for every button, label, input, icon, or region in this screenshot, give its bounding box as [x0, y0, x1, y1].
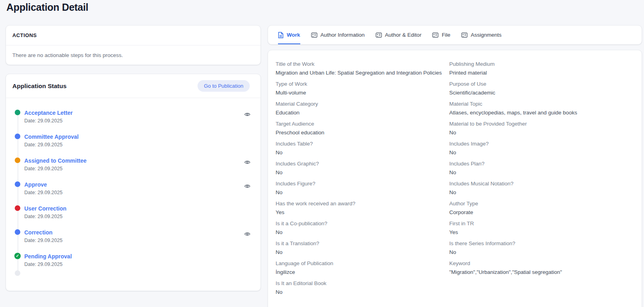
timeline-step-date: Date: 29.09.2025: [24, 190, 251, 196]
tab-label: Work: [287, 32, 300, 38]
timeline-step-link[interactable]: Approve: [24, 181, 47, 188]
timeline-step-date: Date: 29.09.2025: [24, 142, 251, 148]
timeline-end-dot-icon: [15, 270, 20, 276]
timeline-step-link[interactable]: Acceptance Letter: [24, 110, 72, 116]
field-label: Material to be Provided Together: [449, 121, 623, 127]
page-title: Application Detail: [6, 2, 88, 13]
field-label: Is it a Co-publication?: [276, 220, 449, 227]
timeline-step-link[interactable]: User Correction: [24, 205, 67, 212]
field-value: "Migration","Urbanization","Spatial segr…: [449, 269, 623, 276]
id-card-icon: [461, 32, 468, 38]
field: Language of Publication İngilizce: [276, 260, 449, 280]
timeline-item: Assigned to Committee Date: 29.09.2025: [12, 157, 251, 173]
field: Is It an Editorial Book No: [276, 280, 449, 300]
work-detail-right-column: Publishing Medium Printed material Purpo…: [449, 61, 623, 300]
field-label: Includes Graphic?: [276, 161, 449, 167]
timeline-item: Pending Approval Date: 29.09.2025: [12, 253, 251, 269]
field-value: No: [449, 249, 623, 256]
field-value: Education: [276, 110, 449, 116]
eye-icon[interactable]: [244, 111, 251, 118]
field: First in TR Yes: [449, 220, 623, 240]
field-value: Migration and Urban Life: Spatial Segreg…: [276, 70, 449, 76]
status-timeline: Acceptance Letter Date: 29.09.2025 Commi…: [6, 98, 260, 267]
tab-label: Author Information: [321, 32, 365, 38]
application-status-header: Application Status Go to Publication: [6, 74, 260, 98]
timeline-step-date: Date: 29.09.2025: [24, 238, 251, 244]
actions-panel: ACTIONS There are no actionable steps fo…: [6, 25, 261, 65]
field-label: Keyword: [449, 260, 623, 267]
field-value: Printed material: [449, 70, 623, 76]
field-label: Includes Table?: [276, 141, 449, 147]
field-label: Includes Figure?: [276, 181, 449, 187]
field-value: No: [276, 229, 449, 236]
field: Includes Musical Notation? No: [449, 181, 623, 201]
field: Includes Image? No: [449, 141, 623, 161]
field-label: Has the work received an award?: [276, 201, 449, 207]
field-label: Is It an Editorial Book: [276, 280, 449, 287]
document-icon: [278, 32, 284, 38]
timeline-item: Committee Approval Date: 29.09.2025: [12, 133, 251, 150]
field-value: No: [276, 169, 449, 176]
field: Has the work received an award? Yes: [276, 201, 449, 220]
status-dot-icon: [15, 157, 20, 163]
timeline-step-date: Date: 29.09.2025: [24, 166, 251, 172]
field: Title of the Work Migration and Urban Li…: [276, 61, 449, 81]
actions-panel-title: ACTIONS: [6, 26, 260, 45]
timeline-step-link[interactable]: Correction: [24, 229, 53, 236]
tab[interactable]: Work: [278, 26, 300, 44]
status-dot-icon: [15, 181, 20, 187]
status-dot-icon: [15, 205, 20, 211]
field-value: No: [276, 289, 449, 295]
go-to-publication-button[interactable]: Go to Publication: [198, 80, 250, 92]
field-value: No: [276, 189, 449, 196]
id-card-icon: [376, 32, 382, 38]
tab-label: File: [442, 32, 450, 38]
status-dot-icon: [14, 253, 21, 259]
field: Type of Work Multi-volume: [276, 81, 449, 101]
id-card-icon: [311, 32, 317, 38]
field-label: Is there Series Information?: [449, 240, 623, 247]
field-label: Title of the Work: [276, 61, 449, 67]
field-value: No: [449, 150, 623, 156]
field-label: Purpose of Use: [449, 81, 623, 87]
field-value: Corporate: [449, 209, 623, 216]
tab-label: Author & Editor: [385, 32, 422, 38]
field-label: Target Audience: [276, 121, 449, 127]
status-dot-icon: [15, 134, 20, 139]
field-value: Atlases, encyclopedias, maps, travel and…: [449, 110, 623, 116]
field-label: Includes Image?: [449, 141, 623, 147]
timeline-step-link[interactable]: Pending Approval: [24, 253, 72, 260]
tab[interactable]: Author & Editor: [376, 26, 422, 44]
field-label: Publishing Medium: [449, 61, 623, 67]
field: Author Type Corporate: [449, 201, 623, 220]
timeline-step-link[interactable]: Assigned to Committee: [24, 157, 86, 164]
field-label: First in TR: [449, 220, 623, 227]
field-value: No: [449, 169, 623, 176]
status-dot-icon: [15, 229, 20, 235]
tab[interactable]: Assignments: [461, 26, 501, 44]
tab[interactable]: File: [432, 26, 450, 44]
field: Target Audience Preschool education: [276, 121, 449, 141]
work-detail-panel: Title of the Work Migration and Urban Li…: [268, 50, 642, 307]
detail-tab-bar: Work Author Information: [268, 25, 642, 45]
field: Is it a Translation? No: [276, 240, 449, 260]
timeline-item: Correction Date: 29.09.2025: [12, 229, 251, 245]
eye-icon[interactable]: [244, 183, 251, 189]
field-label: Type of Work: [276, 81, 449, 87]
field: Includes Plan? No: [449, 161, 623, 181]
field-label: Author Type: [449, 201, 623, 207]
timeline-step-date: Date: 29.09.2025: [24, 214, 251, 220]
field-label: Material Category: [276, 101, 449, 107]
field: Purpose of Use Scientific/academic: [449, 81, 623, 101]
tab[interactable]: Author Information: [311, 26, 365, 44]
application-status-panel: Application Status Go to Publication Acc…: [6, 74, 261, 291]
field: Keyword "Migration","Urbanization","Spat…: [449, 260, 623, 280]
timeline-item: Acceptance Letter Date: 29.09.2025: [12, 109, 251, 126]
actions-empty-message: There are no actionable steps for this p…: [6, 45, 260, 65]
field-label: Includes Musical Notation?: [449, 181, 623, 187]
eye-icon[interactable]: [244, 159, 251, 165]
timeline-step-link[interactable]: Committee Approval: [24, 134, 78, 140]
timeline-item: Approve Date: 29.09.2025: [12, 181, 251, 197]
field-value: No: [276, 249, 449, 256]
eye-icon[interactable]: [244, 231, 251, 237]
